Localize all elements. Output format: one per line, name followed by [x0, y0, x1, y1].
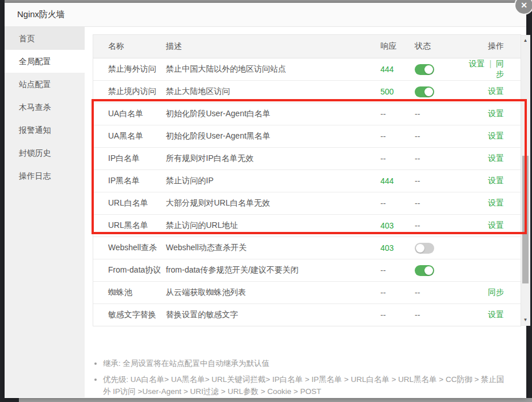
- table-row: UA黑名单初始化阶段User-Agent黑名单----设置: [93, 125, 521, 148]
- rule-desc: 禁止中国大陆以外的地区访问站点: [166, 64, 380, 74]
- status-toggle-on[interactable]: [415, 86, 434, 97]
- rule-status: --: [415, 154, 463, 163]
- rule-name: From-data协议: [93, 265, 166, 275]
- sidebar-item[interactable]: 封锁历史: [5, 141, 85, 164]
- modal-title: Nginx防火墙: [17, 9, 65, 20]
- response-code: --: [380, 288, 386, 297]
- rule-response: --: [380, 109, 415, 119]
- status-toggle-off[interactable]: [415, 243, 434, 254]
- table-row: 禁止海外访问禁止中国大陆以外的地区访问站点444设置 | 同步: [93, 58, 521, 81]
- action-link[interactable]: 设置: [488, 131, 504, 140]
- table-row: URL黑名单禁止访问的URL地址403--设置: [93, 215, 521, 237]
- action-link[interactable]: 同步: [496, 59, 504, 78]
- rule-desc: 大部分规则对URL白名单无效: [166, 198, 380, 208]
- rule-name: 蜘蛛池: [93, 287, 166, 298]
- rule-actions: 设置: [463, 86, 521, 97]
- sidebar-item[interactable]: 站点配置: [5, 73, 85, 96]
- table-row: IP白名单所有规则对IP白名单无效----设置: [93, 148, 521, 170]
- rule-desc: 禁止访问的IP: [166, 176, 380, 186]
- rule-status: --: [415, 199, 463, 208]
- status-toggle-on[interactable]: [415, 64, 434, 75]
- response-code: 444: [380, 65, 394, 74]
- action-link[interactable]: 设置: [488, 109, 504, 118]
- rule-response: --: [380, 132, 415, 141]
- rule-actions: 设置: [463, 109, 521, 119]
- rule-status: [415, 64, 463, 75]
- rule-status: [415, 86, 463, 97]
- action-link[interactable]: 设置: [488, 176, 504, 185]
- rule-response: --: [380, 288, 415, 297]
- table-row: 敏感文字替换替换设置的敏感文字----设置: [93, 304, 521, 326]
- response-code: --: [380, 266, 386, 275]
- rule-response: --: [380, 199, 415, 208]
- config-table: 名称 描述 响应 状态 操作 禁止海外访问禁止中国大陆以外的地区访问站点444设…: [93, 34, 521, 326]
- sidebar-item[interactable]: 报警通知: [5, 119, 85, 141]
- rule-status: --: [415, 288, 463, 297]
- status-empty: --: [415, 288, 420, 297]
- action-separator: |: [485, 59, 496, 68]
- header-status: 状态: [415, 41, 463, 52]
- rule-response: --: [380, 266, 415, 275]
- action-link[interactable]: 设置: [488, 220, 504, 230]
- close-icon: ✕: [521, 1, 527, 10]
- sidebar-item[interactable]: 操作日志: [5, 164, 85, 187]
- rule-desc: 禁止访问的URL地址: [166, 220, 380, 231]
- rule-name: UA黑名单: [93, 131, 166, 141]
- table-row: UA白名单初始化阶段User-Agent白名单----设置: [93, 103, 521, 125]
- note-priority: 优先级: UA白名单> UA黑名单> URL关键词拦截> IP白名单 > IP黑…: [103, 373, 509, 397]
- rule-desc: Webshell动态查杀开关: [166, 243, 380, 253]
- rule-response: 500: [380, 87, 415, 96]
- rule-desc: 禁止大陆地区访问: [166, 86, 380, 97]
- footnotes: 继承: 全局设置将在站点配置中自动继承为默认值 优先级: UA白名单> UA黑名…: [95, 357, 521, 397]
- action-link[interactable]: 设置: [488, 198, 504, 207]
- sidebar-item[interactable]: 木马查杀: [5, 96, 85, 119]
- modal-titlebar: Nginx防火墙: [5, 3, 526, 27]
- table-row: URL白名单大部分规则对URL白名单无效----设置: [93, 192, 521, 215]
- rule-desc: 替换设置的敏感文字: [166, 310, 380, 320]
- close-button[interactable]: ✕: [515, 0, 532, 14]
- rule-status: --: [415, 132, 463, 141]
- table-row: 禁止境内访问禁止大陆地区访问500设置: [93, 81, 521, 103]
- toggle-knob: [424, 88, 433, 96]
- table-scrollbar[interactable]: ▲ ▼: [521, 35, 530, 326]
- rule-actions: 设置: [463, 176, 521, 186]
- scroll-up-icon[interactable]: ▲: [521, 37, 530, 45]
- rule-status: --: [415, 176, 463, 186]
- toggle-knob: [424, 266, 433, 275]
- rule-response: 403: [380, 221, 415, 230]
- header-name: 名称: [93, 41, 166, 52]
- action-link[interactable]: 设置: [488, 86, 504, 96]
- sidebar-item[interactable]: 全局配置: [5, 50, 85, 73]
- action-link[interactable]: 设置: [488, 310, 504, 319]
- rule-status: --: [415, 109, 463, 119]
- action-link[interactable]: 设置: [488, 153, 504, 163]
- scrollbar-thumb[interactable]: [522, 156, 529, 283]
- action-link[interactable]: 设置: [469, 59, 485, 68]
- table-row: 蜘蛛池从云端获取蜘蛛池列表----同步: [93, 282, 521, 304]
- rule-response: 403: [380, 243, 415, 253]
- rule-response: --: [380, 154, 415, 163]
- rule-name: IP白名单: [93, 153, 166, 164]
- scroll-down-icon[interactable]: ▼: [521, 316, 530, 324]
- action-link[interactable]: 同步: [488, 287, 504, 297]
- main-panel: 名称 描述 响应 状态 操作 禁止海外访问禁止中国大陆以外的地区访问站点444设…: [85, 27, 526, 397]
- sidebar-item[interactable]: 首页: [5, 27, 85, 50]
- status-empty: --: [415, 221, 420, 230]
- rule-name: IP黑名单: [93, 176, 166, 186]
- status-toggle-on[interactable]: [415, 265, 434, 276]
- rule-actions: 设置: [463, 220, 521, 231]
- response-code: 500: [380, 87, 394, 96]
- table-header-row: 名称 描述 响应 状态 操作: [93, 35, 521, 58]
- rule-name: Webshell查杀: [93, 243, 166, 253]
- nginx-firewall-modal: ✕ Nginx防火墙 首页全局配置站点配置木马查杀报警通知封锁历史操作日志 名称…: [5, 3, 526, 398]
- response-code: 403: [380, 221, 394, 230]
- rule-name: URL白名单: [93, 198, 166, 208]
- response-code: --: [380, 109, 386, 119]
- rule-name: URL黑名单: [93, 220, 166, 231]
- rule-response: 444: [380, 176, 415, 186]
- rule-desc: 初始化阶段User-Agent白名单: [166, 109, 380, 119]
- rule-status: --: [415, 310, 463, 320]
- rule-desc: 所有规则对IP白名单无效: [166, 153, 380, 164]
- sidebar: 首页全局配置站点配置木马查杀报警通知封锁历史操作日志: [5, 27, 85, 397]
- rule-status: --: [415, 221, 463, 230]
